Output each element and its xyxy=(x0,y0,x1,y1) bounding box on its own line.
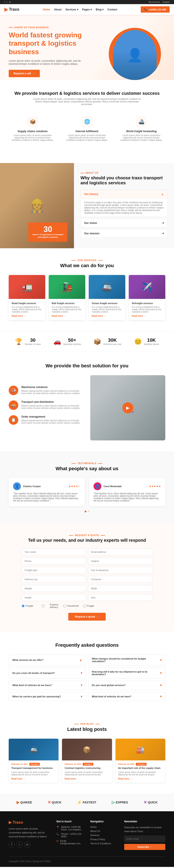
service-1-link[interactable]: Read more → xyxy=(52,315,82,317)
nav-home[interactable]: Home xyxy=(43,8,50,11)
testimonial-header-1: 👤 Carol Mcdonald ★★★★★ xyxy=(93,483,161,490)
delivery-city-input[interactable] xyxy=(22,576,86,583)
accordion-chevron-1: ▾ xyxy=(163,221,164,224)
brand-0: ▶ QUIKEE xyxy=(17,800,32,805)
blog-cards: 🚢 February 13, 2021 Transport Transport … xyxy=(9,739,165,782)
service-card-0: 🚛 Road freight services It is a long est… xyxy=(9,275,45,320)
footer-bottom: Copyright© 2021 Traxo | Design by YOVAS xyxy=(9,857,165,863)
blog-1-link[interactable]: Read more → xyxy=(65,778,109,780)
brand-0-name: QUIKEE xyxy=(21,801,32,804)
blog-section: Our Blog Latest blog posts 🚢 February 13… xyxy=(0,712,174,794)
footer-nav-services[interactable]: Services xyxy=(90,834,118,836)
width-input[interactable] xyxy=(88,585,152,592)
service-card-3: ✈️ Airfreight services It is a long esta… xyxy=(129,275,165,320)
radio-freight[interactable]: Freight xyxy=(22,604,33,607)
faq-item-3[interactable]: How long will it take for my shipment to… xyxy=(88,668,165,678)
intro-section: We provide transport & logistics service… xyxy=(0,80,174,163)
radio-household[interactable]: Household xyxy=(63,604,79,607)
hero-cta-button[interactable]: Request a call → xyxy=(9,70,40,77)
solution-item-0: 🏭 Warehouse solutions Nbaunt ulputat lao… xyxy=(9,385,84,395)
newsletter-input[interactable] xyxy=(124,836,165,842)
blog-2-title: An important role of the supply chain xyxy=(118,767,163,770)
subject-input[interactable] xyxy=(88,558,152,564)
footer-instagram[interactable]: in xyxy=(24,841,30,847)
blog-meta-0: February 13, 2021 Transport xyxy=(11,763,56,765)
nav-services[interactable]: Services ▾ xyxy=(65,8,78,11)
faq-item-5[interactable]: Do you need global services? ▾ xyxy=(88,681,165,690)
height-input[interactable] xyxy=(22,594,86,601)
footer-nav-about[interactable]: About Us xyxy=(90,830,118,832)
email-input[interactable] xyxy=(88,549,152,555)
service-card-3-body: Airfreight services It is a long establi… xyxy=(129,299,165,320)
accordion-header-2[interactable]: Our mission ▾ xyxy=(81,229,167,238)
stats-section: 🏆 30 Number of years 🚗 50+ Specialist ve… xyxy=(0,331,174,352)
brand-3: ▷ EXPRES xyxy=(112,800,128,805)
faq-item-4[interactable]: What kind of vehicles do we have? ▾ xyxy=(9,681,86,690)
twitter-icon[interactable]: t xyxy=(7,1,7,3)
accordion-header-0[interactable]: Our history ▲ xyxy=(81,190,167,198)
hero-section: Shape up your business World fastest gro… xyxy=(0,15,174,80)
service-card-1-body: Rail freight services It is a long estab… xyxy=(49,299,85,320)
facebook-icon[interactable]: f xyxy=(4,1,5,3)
submit-button[interactable]: Request a quote → xyxy=(68,613,106,621)
faq-item-0[interactable]: What services do we offer? ▲ xyxy=(9,654,86,665)
service-card-0-body: Road freight services It is a long estab… xyxy=(9,299,45,320)
accordion-header-1[interactable]: Our vision ▾ xyxy=(81,219,167,227)
footer-twitter[interactable]: t xyxy=(17,841,23,847)
intro-card-1: 🌐 Internet fulfillment Lorem ipsum dolor… xyxy=(63,112,111,152)
service-0-link[interactable]: Read more → xyxy=(12,315,42,317)
footer-nav-title: Navigation xyxy=(90,820,118,823)
intro-cards: 📦 Supply chains solutions Lorem ipsum do… xyxy=(9,112,165,152)
radio-express[interactable]: Express delivery xyxy=(37,603,59,609)
nav-pages[interactable]: Pages ▾ xyxy=(82,8,92,11)
footer-col-newsletter: Newsletter Subscribe our newsletter to r… xyxy=(124,820,165,850)
blog-2-link[interactable]: Read more → xyxy=(118,778,163,780)
nav-about[interactable]: About xyxy=(54,8,62,11)
blog-0-title: Transport management for business xyxy=(11,767,56,770)
service-3-desc: It is a long established that a reader w… xyxy=(132,306,162,313)
faq-item-2[interactable]: Do you cover all modes of transport? ▾ xyxy=(9,668,86,678)
nav-blog[interactable]: Blog ▾ xyxy=(96,8,104,11)
carousel-dots xyxy=(9,510,165,513)
logo[interactable]: ▶ Traxo xyxy=(4,7,19,12)
blog-badge: Our Blog xyxy=(9,723,165,725)
dot-1[interactable] xyxy=(88,510,89,513)
stat-3: 😊 10K Satisfied clients xyxy=(134,338,159,345)
faq-item-1[interactable]: What changes should be considered for bu… xyxy=(88,654,165,665)
lang-label[interactable]: English xyxy=(163,1,170,3)
footer-nav-home[interactable]: Home xyxy=(90,826,118,828)
instagram-icon[interactable]: in xyxy=(9,1,11,3)
faq-arrow-7: ▾ xyxy=(160,695,162,698)
nav-contact[interactable]: Contact xyxy=(108,8,117,11)
service-2-link[interactable]: Read more → xyxy=(92,315,122,317)
phone-icon: 📞 xyxy=(56,833,59,836)
service-0-desc: It is a long established that a reader w… xyxy=(12,306,42,313)
faq-arrow-5: ▾ xyxy=(160,683,162,687)
service-card-2-body: Ocean freight services It is a long esta… xyxy=(89,299,125,320)
city-departure-input[interactable] xyxy=(88,567,152,574)
subscribe-button[interactable]: Subscribe → xyxy=(124,844,165,850)
solution-section: We provide the best solution for you 🏭 W… xyxy=(0,352,174,451)
radio-fragile[interactable]: Fragile xyxy=(83,604,94,607)
supply-chain-icon: 📦 xyxy=(27,116,38,127)
service-3-link[interactable]: Read more → xyxy=(132,315,162,317)
accordion-body-0: Connects cargo is a major duo plus of th… xyxy=(81,198,167,217)
footer-nav-privacy[interactable]: Privacy Policy xyxy=(90,838,118,841)
dot-0[interactable] xyxy=(85,510,86,513)
size-input[interactable] xyxy=(88,594,152,601)
container-input[interactable] xyxy=(88,576,152,583)
freight-type-input[interactable] xyxy=(22,567,86,574)
footer-facebook[interactable]: f xyxy=(9,841,15,847)
rail-img: 🚂 xyxy=(49,275,85,299)
footer-nav-terms[interactable]: Terms & Conditions xyxy=(90,842,118,845)
play-button[interactable]: ▶ xyxy=(122,402,133,413)
your-name-input[interactable] xyxy=(22,549,86,555)
account-label[interactable]: My account xyxy=(149,1,160,3)
nav-cta-button[interactable]: 📞 +1(456)-123-458 xyxy=(141,6,170,12)
blog-0-link[interactable]: Read more → xyxy=(11,778,56,780)
faq-item-7[interactable]: What kind of vehicles do we have? ▾ xyxy=(88,692,165,701)
services-section: Our services What we can do for you 🚛 Ro… xyxy=(0,248,174,331)
faq-item-6[interactable]: When do carriers get paid for sponsoring… xyxy=(9,692,86,701)
weight-input[interactable] xyxy=(22,585,86,592)
phone-input[interactable] xyxy=(22,558,86,564)
